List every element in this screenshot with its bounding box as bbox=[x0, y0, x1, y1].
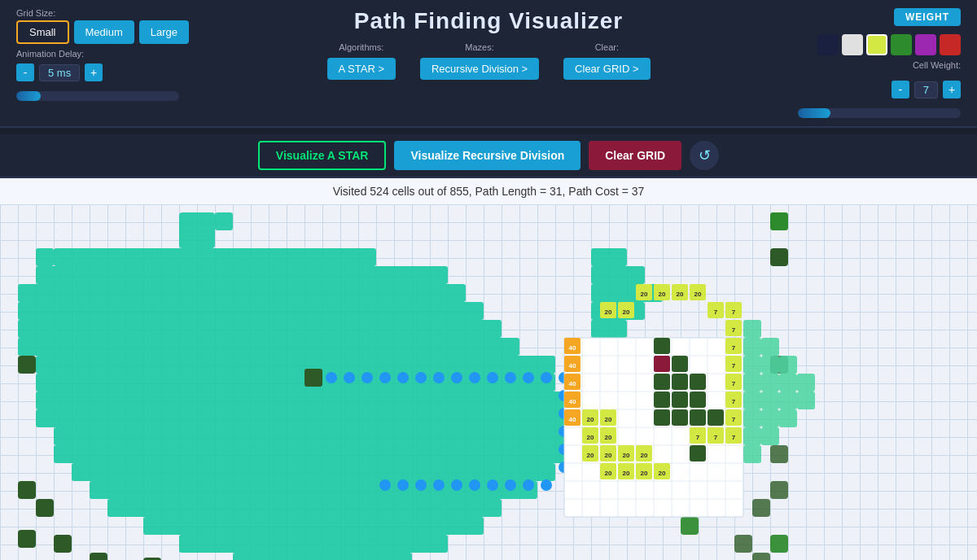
svg-rect-46 bbox=[770, 481, 788, 499]
svg-point-71 bbox=[505, 479, 516, 491]
weight-toggle-btn[interactable]: WEIGHT bbox=[894, 8, 961, 26]
grid-size-label: Grid Size: bbox=[16, 8, 55, 18]
anim-plus-btn[interactable]: + bbox=[85, 63, 103, 81]
svg-rect-198 bbox=[761, 427, 779, 445]
svg-point-57 bbox=[451, 372, 462, 383]
color-swatch-4[interactable] bbox=[915, 34, 936, 55]
svg-rect-11 bbox=[36, 392, 573, 409]
svg-text:20: 20 bbox=[623, 470, 630, 477]
svg-text:7: 7 bbox=[732, 434, 736, 441]
svg-text:20: 20 bbox=[605, 308, 612, 316]
svg-rect-186 bbox=[743, 374, 761, 392]
color-swatch-5[interactable] bbox=[940, 34, 961, 55]
svg-text:20: 20 bbox=[641, 470, 648, 477]
algorithm-dropdown[interactable]: A STAR > bbox=[327, 58, 396, 80]
svg-rect-33 bbox=[18, 356, 36, 374]
svg-text:20: 20 bbox=[605, 452, 612, 459]
svg-rect-172 bbox=[690, 392, 706, 408]
svg-rect-191 bbox=[761, 392, 779, 409]
svg-rect-168 bbox=[654, 374, 670, 390]
svg-text:7: 7 bbox=[732, 308, 736, 316]
anim-progress-fill bbox=[16, 91, 41, 101]
svg-text:20: 20 bbox=[659, 291, 666, 298]
svg-rect-196 bbox=[779, 409, 797, 427]
color-swatch-0[interactable] bbox=[817, 34, 839, 55]
visualize-astar-btn[interactable]: Visualize A STAR bbox=[258, 141, 387, 170]
svg-text:7: 7 bbox=[732, 344, 736, 352]
algorithms-label: Algorithms: bbox=[339, 42, 383, 52]
anim-minus-btn[interactable]: - bbox=[16, 63, 34, 81]
svg-rect-0 bbox=[179, 212, 215, 248]
color-swatch-2[interactable] bbox=[866, 34, 887, 55]
svg-text:40: 40 bbox=[569, 362, 576, 370]
svg-point-73 bbox=[469, 479, 480, 491]
color-swatch-1[interactable] bbox=[842, 34, 863, 55]
svg-rect-32 bbox=[770, 535, 788, 553]
grid-canvas[interactable]: 20 20 20 20 20 20 bbox=[0, 204, 977, 560]
svg-rect-181 bbox=[743, 338, 761, 356]
anim-progress-bar bbox=[16, 91, 179, 101]
svg-text:20: 20 bbox=[677, 291, 684, 298]
weight-value: 7 bbox=[914, 81, 938, 98]
svg-rect-2 bbox=[36, 248, 54, 266]
svg-rect-169 bbox=[672, 356, 688, 372]
svg-point-77 bbox=[397, 479, 409, 491]
mazes-group: Mazes: Recursive Division > bbox=[420, 42, 539, 80]
svg-rect-5 bbox=[18, 284, 466, 302]
reset-btn[interactable]: ↺ bbox=[690, 141, 719, 170]
svg-text:20: 20 bbox=[694, 291, 702, 298]
svg-rect-173 bbox=[654, 392, 670, 408]
svg-text:40: 40 bbox=[569, 398, 576, 405]
svg-point-59 bbox=[487, 372, 498, 383]
cell-weight-label: Cell Weight: bbox=[913, 60, 961, 70]
maze-dropdown[interactable]: Recursive Division > bbox=[420, 58, 539, 80]
weight-cells-orange-40: 40 40 40 40 40 bbox=[564, 338, 581, 426]
svg-point-72 bbox=[487, 479, 498, 491]
svg-rect-193 bbox=[797, 392, 815, 409]
svg-rect-20 bbox=[233, 553, 412, 560]
svg-point-58 bbox=[469, 372, 480, 383]
svg-rect-49 bbox=[752, 553, 770, 560]
svg-point-51 bbox=[344, 372, 355, 383]
svg-point-54 bbox=[397, 372, 409, 383]
color-palette bbox=[817, 34, 961, 55]
small-btn[interactable]: Small bbox=[16, 20, 69, 44]
svg-rect-48 bbox=[734, 535, 752, 553]
svg-rect-182 bbox=[761, 338, 779, 356]
clear-dropdown[interactable]: Clear GRID > bbox=[563, 58, 650, 80]
visualize-recursive-btn[interactable]: Visualize Recursive Division bbox=[394, 141, 581, 170]
svg-point-62 bbox=[541, 372, 552, 383]
svg-text:20: 20 bbox=[623, 452, 630, 459]
svg-text:7: 7 bbox=[732, 416, 736, 423]
weight-progress-bar bbox=[798, 108, 961, 118]
svg-rect-47 bbox=[752, 499, 770, 517]
right-panel: WEIGHT Cell Weight: - 7 + bbox=[733, 8, 961, 118]
svg-text:40: 40 bbox=[569, 380, 576, 387]
svg-rect-4 bbox=[36, 266, 448, 284]
svg-point-70 bbox=[523, 479, 534, 491]
grid-visualization: 20 20 20 20 20 20 bbox=[0, 204, 977, 560]
svg-point-52 bbox=[361, 372, 373, 383]
svg-text:20: 20 bbox=[587, 416, 594, 423]
reset-icon: ↺ bbox=[699, 147, 711, 164]
weight-plus-btn[interactable]: + bbox=[943, 81, 961, 98]
large-btn[interactable]: Large bbox=[139, 20, 189, 44]
svg-rect-6 bbox=[18, 302, 484, 320]
svg-rect-194 bbox=[743, 409, 761, 427]
svg-text:20: 20 bbox=[605, 470, 612, 477]
svg-rect-199 bbox=[743, 445, 761, 463]
color-swatch-3[interactable] bbox=[891, 34, 912, 55]
svg-text:20: 20 bbox=[641, 291, 648, 298]
svg-rect-175 bbox=[654, 409, 670, 426]
svg-rect-8 bbox=[18, 338, 519, 356]
svg-rect-43 bbox=[770, 248, 788, 266]
weight-minus-btn[interactable]: - bbox=[892, 81, 909, 98]
clear-grid-btn[interactable]: Clear GRID bbox=[589, 141, 681, 170]
weight-progress-fill bbox=[798, 108, 830, 118]
grid-container[interactable]: 20 20 20 20 20 20 bbox=[0, 204, 977, 560]
svg-rect-179 bbox=[690, 445, 706, 462]
end-node bbox=[770, 212, 788, 230]
svg-rect-18 bbox=[143, 517, 484, 535]
medium-btn[interactable]: Medium bbox=[74, 20, 134, 44]
svg-text:7: 7 bbox=[732, 398, 736, 405]
